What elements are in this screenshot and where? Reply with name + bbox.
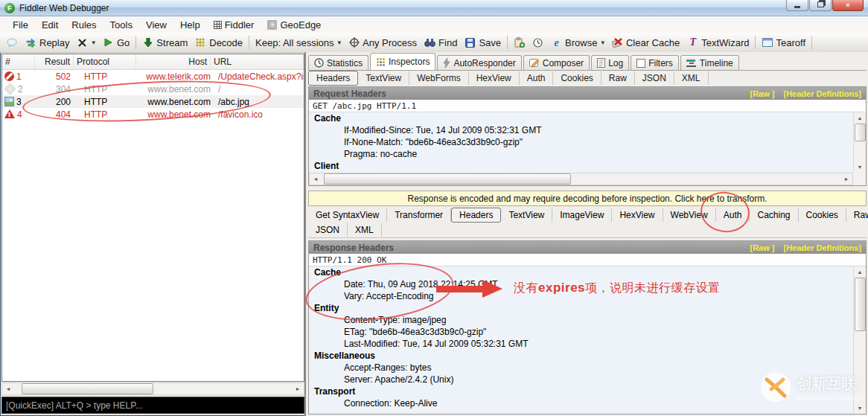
menu-fiddler[interactable]: Fiddler bbox=[207, 18, 261, 32]
header-etag[interactable]: ETag: "bde6b-46ea3c3d3b9c0-gzip" bbox=[309, 326, 853, 338]
scroll-right-arrow[interactable]: ► bbox=[292, 383, 304, 394]
menu-tools[interactable]: Tools bbox=[103, 18, 139, 32]
session-list-hscrollbar[interactable]: ◄ ► bbox=[1, 383, 304, 395]
scroll-left-arrow[interactable]: ◄ bbox=[2, 383, 14, 394]
clear-cache-button[interactable]: Clear Cache bbox=[608, 36, 683, 50]
request-section-client[interactable]: Client bbox=[309, 160, 853, 172]
session-row-2[interactable]: 2 304 HTTP www.benet.com / bbox=[2, 83, 304, 95]
request-tab-xml[interactable]: XML bbox=[674, 71, 709, 85]
header-server[interactable]: Server: Apache/2.4.2 (Unix) bbox=[309, 374, 853, 385]
session-row-1[interactable]: 1 502 HTTP www.telerik.com /UpdateCheck.… bbox=[2, 70, 304, 83]
response-tab-xml[interactable]: XML bbox=[348, 223, 382, 237]
textwizard-button[interactable]: T TextWizard bbox=[683, 36, 753, 50]
request-section-cache[interactable]: Cache bbox=[309, 112, 853, 124]
save-button[interactable]: Save bbox=[461, 36, 505, 50]
clipboard-button[interactable] bbox=[510, 36, 529, 50]
response-tab-caching[interactable]: Caching bbox=[750, 208, 798, 222]
response-tab-webview[interactable]: WebView bbox=[663, 208, 716, 222]
request-scroll-left[interactable]: ◄ bbox=[310, 173, 322, 185]
response-vscrollbar[interactable]: ▲ ▼ bbox=[853, 266, 866, 414]
request-vscroll-thumb[interactable] bbox=[855, 124, 866, 141]
request-scroll-down[interactable]: ▼ bbox=[855, 161, 866, 173]
request-hscrollbar[interactable]: ◄ ► bbox=[309, 173, 853, 185]
menu-help[interactable]: Help bbox=[173, 18, 207, 32]
response-tab-textview[interactable]: TextView bbox=[501, 208, 552, 222]
stream-button[interactable]: Stream bbox=[138, 36, 191, 50]
menu-file[interactable]: File bbox=[6, 18, 35, 32]
tab-log[interactable]: Log bbox=[591, 55, 629, 70]
request-tab-webforms[interactable]: WebForms bbox=[409, 71, 468, 85]
response-vscroll-thumb[interactable] bbox=[855, 278, 866, 331]
column-result[interactable]: Result bbox=[35, 54, 74, 69]
browse-dropdown-caret[interactable]: ▾ bbox=[601, 39, 604, 46]
keep-sessions-dropdown[interactable]: Keep: All sessions ▾ bbox=[252, 36, 345, 50]
header-if-modified-since[interactable]: If-Modified-Since: Tue, 14 Jul 2009 05:3… bbox=[309, 124, 853, 136]
header-date[interactable]: Date: Thu, 09 Aug 2018 22:14:25 GMT bbox=[309, 278, 853, 290]
response-tab-cookies[interactable]: Cookies bbox=[799, 208, 846, 222]
response-start-line[interactable]: HTTP/1.1 200 OK bbox=[309, 254, 866, 266]
column-protocol[interactable]: Protocol bbox=[74, 54, 136, 69]
close-button[interactable]: × bbox=[832, 0, 864, 11]
header-if-none-match[interactable]: If-None-Match: "bde6b-46ea3c3d3b9c0-gzip… bbox=[309, 136, 853, 148]
request-header-definitions-link[interactable]: [Header Definitions] bbox=[783, 89, 861, 98]
header-last-modified[interactable]: Last-Modified: Tue, 14 Jul 2009 05:32:31… bbox=[309, 338, 853, 350]
response-tab-transformer[interactable]: Transformer bbox=[387, 208, 451, 222]
tab-filters[interactable]: Filters bbox=[631, 55, 679, 70]
tab-statistics[interactable]: Statistics bbox=[308, 55, 368, 70]
tab-inspectors[interactable]: Inspectors bbox=[370, 53, 435, 70]
comment-button[interactable] bbox=[3, 36, 22, 50]
column-number[interactable]: # bbox=[2, 54, 35, 69]
request-tab-raw[interactable]: Raw bbox=[601, 71, 635, 85]
header-accept-ranges[interactable]: Accept-Ranges: bytes bbox=[309, 362, 853, 374]
decode-button[interactable]: Decode bbox=[191, 36, 246, 50]
request-tab-cookies[interactable]: Cookies bbox=[553, 71, 601, 85]
response-scroll-up[interactable]: ▲ bbox=[855, 266, 866, 278]
response-header-definitions-link[interactable]: [Header Definitions] bbox=[783, 243, 861, 252]
response-tab-hexview[interactable]: HexView bbox=[612, 208, 663, 222]
session-row-4[interactable]: !4 404 HTTP www.benet.com /favicon.ico bbox=[2, 108, 304, 121]
menu-geoedge[interactable]: ✳GeoEdge bbox=[261, 18, 328, 32]
response-tab-raw[interactable]: Raw bbox=[846, 208, 868, 222]
request-vscrollbar[interactable]: ▲ ▼ bbox=[853, 112, 866, 173]
menu-rules[interactable]: Rules bbox=[65, 18, 103, 32]
header-connection[interactable]: Connection: Keep-Alive bbox=[309, 397, 853, 409]
tab-timeline[interactable]: Timeline bbox=[680, 55, 739, 70]
response-scroll-down[interactable]: ▼ bbox=[855, 403, 866, 414]
request-tab-hexview[interactable]: HexView bbox=[469, 71, 520, 85]
go-button[interactable]: Go bbox=[99, 36, 133, 50]
menu-view[interactable]: View bbox=[139, 18, 173, 32]
request-tab-headers[interactable]: Headers bbox=[308, 71, 358, 86]
decode-notice-bar[interactable]: Response is encoded and may require deco… bbox=[308, 191, 867, 206]
session-row-3[interactable]: 3 200 HTTP www.benet.com /abc.jpg bbox=[2, 95, 304, 108]
response-tab-json[interactable]: JSON bbox=[308, 223, 348, 237]
restore-button[interactable] bbox=[809, 0, 832, 11]
request-start-line[interactable]: GET /abc.jpg HTTP/1.1 bbox=[309, 100, 866, 112]
response-section-transport[interactable]: Transport bbox=[309, 385, 853, 397]
minimize-button[interactable] bbox=[786, 0, 808, 11]
request-tab-textview[interactable]: TextView bbox=[358, 71, 409, 85]
tab-autoresponder[interactable]: AutoResponder bbox=[437, 55, 521, 70]
header-pragma[interactable]: Pragma: no-cache bbox=[309, 148, 853, 160]
hscroll-thumb[interactable] bbox=[22, 383, 153, 394]
request-hscroll-thumb[interactable] bbox=[324, 173, 571, 185]
header-vary[interactable]: Vary: Accept-Encoding bbox=[309, 290, 853, 302]
request-tab-auth[interactable]: Auth bbox=[520, 71, 554, 85]
any-process-button[interactable]: Any Process bbox=[345, 36, 421, 50]
response-tab-headers[interactable]: Headers bbox=[451, 208, 501, 223]
tearoff-button[interactable]: Tearoff bbox=[758, 36, 809, 50]
request-scroll-right[interactable]: ► bbox=[840, 173, 852, 185]
request-raw-link[interactable]: [Raw ] bbox=[750, 89, 774, 98]
find-button[interactable]: Find bbox=[421, 36, 461, 50]
header-content-type[interactable]: Content-Type: image/jpeg bbox=[309, 314, 853, 326]
timer-button[interactable] bbox=[529, 36, 547, 50]
response-tab-imageview[interactable]: ImageView bbox=[552, 208, 612, 222]
menu-edit[interactable]: Edit bbox=[35, 18, 65, 32]
response-section-miscellaneous[interactable]: Miscellaneous bbox=[309, 350, 853, 362]
request-tab-json[interactable]: JSON bbox=[635, 71, 674, 85]
response-tab-auth[interactable]: Auth bbox=[716, 208, 750, 222]
quickexec-bar[interactable]: [QuickExec] ALT+Q > type HELP... bbox=[1, 397, 304, 414]
tab-composer[interactable]: Composer bbox=[523, 55, 590, 70]
response-raw-link[interactable]: [Raw ] bbox=[750, 243, 774, 252]
request-scroll-up[interactable]: ▲ bbox=[855, 112, 866, 124]
response-section-entity[interactable]: Entity bbox=[309, 302, 853, 314]
